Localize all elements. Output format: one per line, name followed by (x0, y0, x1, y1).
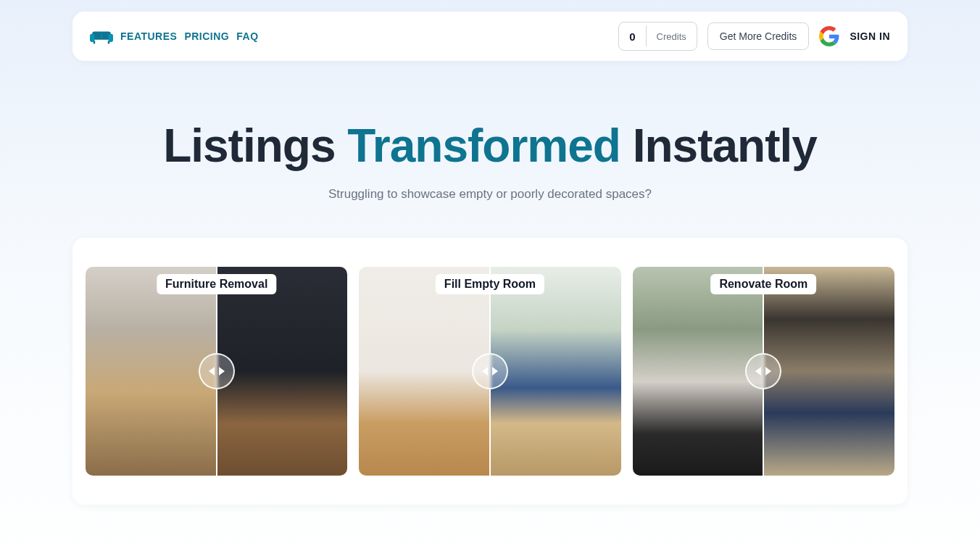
nav-link-pricing[interactable]: PRICING (184, 30, 229, 42)
svg-rect-3 (94, 41, 95, 44)
nav-left: FEATURES PRICING FAQ (90, 28, 259, 45)
before-image (359, 267, 489, 476)
nav-right: 0 Credits Get More Credits SIGN IN (618, 22, 890, 51)
sofa-logo-icon[interactable] (90, 28, 113, 45)
hero-title-part2: Instantly (620, 120, 817, 172)
google-icon[interactable] (819, 26, 839, 46)
after-image (491, 267, 621, 476)
hero-title-part1: Listings (163, 120, 347, 172)
credits-display: 0 Credits (618, 22, 697, 51)
svg-rect-4 (108, 41, 109, 44)
svg-rect-1 (90, 34, 94, 42)
hero-title-accent: Transformed (347, 120, 620, 172)
before-image (633, 267, 763, 476)
hero-title: Listings Transformed Instantly (72, 119, 908, 173)
card-label: Fill Empty Room (436, 274, 544, 294)
comparison-slider-handle[interactable] (472, 353, 508, 389)
after-image (764, 267, 894, 476)
credits-label: Credits (647, 31, 697, 42)
card-fill-empty-room[interactable]: Fill Empty Room (359, 267, 620, 476)
card-label: Renovate Room (710, 274, 816, 294)
sign-in-button[interactable]: SIGN IN (850, 30, 890, 42)
card-renovate-room[interactable]: Renovate Room (633, 267, 894, 476)
hero-subtitle: Struggling to showcase empty or poorly d… (72, 187, 908, 202)
comparison-slider-handle[interactable] (745, 353, 781, 389)
card-furniture-removal[interactable]: Furniture Removal (86, 267, 347, 476)
get-more-credits-button[interactable]: Get More Credits (707, 22, 810, 50)
credits-count: 0 (619, 26, 646, 46)
card-label: Furniture Removal (157, 274, 276, 294)
navbar: FEATURES PRICING FAQ 0 Credits Get More … (72, 12, 908, 61)
hero-section: Listings Transformed Instantly Strugglin… (72, 119, 908, 202)
comparison-cards-panel: Furniture Removal Fill Empty Room (72, 238, 908, 505)
comparison-slider-handle[interactable] (199, 353, 235, 389)
before-image (86, 267, 216, 476)
nav-link-faq[interactable]: FAQ (236, 30, 258, 42)
after-image (217, 267, 348, 476)
nav-link-features[interactable]: FEATURES (120, 30, 177, 42)
svg-rect-2 (109, 34, 113, 42)
